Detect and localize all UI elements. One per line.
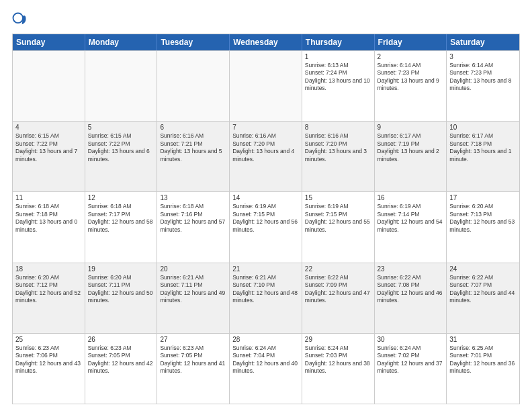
day-info: Sunrise: 6:21 AMSunset: 7:10 PMDaylight:… — [232, 274, 299, 305]
day-info: Sunrise: 6:23 AMSunset: 7:05 PMDaylight:… — [160, 345, 226, 375]
calendar-cell: 31Sunrise: 6:25 AMSunset: 7:01 PMDayligh… — [447, 334, 519, 404]
header — [12, 12, 520, 27]
day-info: Sunrise: 6:19 AMSunset: 7:15 PMDaylight:… — [232, 203, 299, 234]
calendar-cell: 2Sunrise: 6:14 AMSunset: 7:23 PMDaylight… — [375, 51, 447, 121]
calendar-cell: 30Sunrise: 6:24 AMSunset: 7:02 PMDayligh… — [375, 334, 447, 404]
day-number: 30 — [378, 336, 444, 343]
calendar-cell: 29Sunrise: 6:24 AMSunset: 7:03 PMDayligh… — [302, 334, 375, 404]
day-info: Sunrise: 6:18 AMSunset: 7:18 PMDaylight:… — [15, 203, 82, 234]
day-number: 1 — [305, 53, 371, 60]
day-info: Sunrise: 6:24 AMSunset: 7:02 PMDaylight:… — [378, 345, 444, 375]
calendar-cell: 20Sunrise: 6:21 AMSunset: 7:11 PMDayligh… — [157, 263, 230, 333]
weekday-header: Saturday — [447, 34, 519, 50]
day-number: 7 — [232, 124, 299, 131]
calendar-cell: 16Sunrise: 6:19 AMSunset: 7:14 PMDayligh… — [375, 192, 447, 262]
day-number: 9 — [378, 124, 444, 131]
day-info: Sunrise: 6:16 AMSunset: 7:20 PMDaylight:… — [232, 132, 299, 163]
day-number: 4 — [15, 124, 82, 131]
day-number: 13 — [160, 194, 226, 201]
calendar-cell: 3Sunrise: 6:14 AMSunset: 7:23 PMDaylight… — [447, 51, 519, 121]
calendar-cell: 6Sunrise: 6:16 AMSunset: 7:21 PMDaylight… — [157, 122, 230, 191]
weekday-header: Monday — [85, 34, 158, 50]
day-number: 26 — [88, 336, 154, 343]
calendar-header: SundayMondayTuesdayWednesdayThursdayFrid… — [13, 34, 519, 50]
calendar-cell: 11Sunrise: 6:18 AMSunset: 7:18 PMDayligh… — [13, 192, 85, 262]
weekday-header: Thursday — [302, 34, 375, 50]
weekday-header: Tuesday — [157, 34, 230, 50]
day-info: Sunrise: 6:16 AMSunset: 7:20 PMDaylight:… — [305, 132, 371, 163]
calendar-cell: 4Sunrise: 6:15 AMSunset: 7:22 PMDaylight… — [13, 122, 85, 191]
calendar-row: 11Sunrise: 6:18 AMSunset: 7:18 PMDayligh… — [13, 191, 519, 262]
weekday-header: Sunday — [13, 34, 85, 50]
day-number: 28 — [232, 336, 299, 343]
calendar-cell: 14Sunrise: 6:19 AMSunset: 7:15 PMDayligh… — [230, 192, 302, 262]
day-info: Sunrise: 6:25 AMSunset: 7:01 PMDaylight:… — [449, 345, 517, 375]
calendar-cell: 24Sunrise: 6:22 AMSunset: 7:07 PMDayligh… — [447, 263, 519, 333]
calendar-cell: 22Sunrise: 6:22 AMSunset: 7:09 PMDayligh… — [302, 263, 375, 333]
day-info: Sunrise: 6:21 AMSunset: 7:11 PMDaylight:… — [160, 274, 226, 305]
day-info: Sunrise: 6:14 AMSunset: 7:23 PMDaylight:… — [449, 62, 517, 93]
calendar: SundayMondayTuesdayWednesdayThursdayFrid… — [12, 34, 520, 404]
day-info: Sunrise: 6:15 AMSunset: 7:22 PMDaylight:… — [15, 132, 82, 163]
day-info: Sunrise: 6:22 AMSunset: 7:09 PMDaylight:… — [305, 274, 371, 305]
calendar-row: 18Sunrise: 6:20 AMSunset: 7:12 PMDayligh… — [13, 263, 519, 333]
day-info: Sunrise: 6:16 AMSunset: 7:21 PMDaylight:… — [160, 132, 226, 163]
calendar-cell: 23Sunrise: 6:22 AMSunset: 7:08 PMDayligh… — [375, 263, 447, 333]
calendar-cell — [13, 51, 85, 121]
svg-point-0 — [13, 13, 23, 23]
day-number: 17 — [449, 194, 517, 201]
day-info: Sunrise: 6:19 AMSunset: 7:15 PMDaylight:… — [305, 203, 371, 234]
calendar-cell: 15Sunrise: 6:19 AMSunset: 7:15 PMDayligh… — [302, 192, 375, 262]
day-number: 21 — [232, 265, 299, 273]
calendar-cell: 5Sunrise: 6:15 AMSunset: 7:22 PMDaylight… — [85, 122, 158, 191]
day-number: 31 — [449, 336, 517, 343]
day-number: 22 — [305, 265, 371, 273]
day-number: 24 — [449, 265, 517, 273]
calendar-cell: 13Sunrise: 6:18 AMSunset: 7:16 PMDayligh… — [157, 192, 230, 262]
logo — [12, 12, 30, 27]
day-number: 3 — [449, 53, 517, 60]
calendar-cell — [230, 51, 302, 121]
day-info: Sunrise: 6:15 AMSunset: 7:22 PMDaylight:… — [88, 132, 154, 163]
day-info: Sunrise: 6:19 AMSunset: 7:14 PMDaylight:… — [378, 203, 444, 234]
day-info: Sunrise: 6:20 AMSunset: 7:13 PMDaylight:… — [449, 203, 517, 234]
calendar-cell: 17Sunrise: 6:20 AMSunset: 7:13 PMDayligh… — [447, 192, 519, 262]
day-info: Sunrise: 6:18 AMSunset: 7:17 PMDaylight:… — [88, 203, 154, 234]
calendar-cell: 1Sunrise: 6:13 AMSunset: 7:24 PMDaylight… — [302, 51, 375, 121]
day-number: 25 — [15, 336, 82, 343]
day-number: 18 — [15, 265, 82, 273]
day-info: Sunrise: 6:17 AMSunset: 7:19 PMDaylight:… — [378, 132, 444, 163]
calendar-cell: 28Sunrise: 6:24 AMSunset: 7:04 PMDayligh… — [230, 334, 302, 404]
day-number: 5 — [88, 124, 154, 131]
calendar-body: 1Sunrise: 6:13 AMSunset: 7:24 PMDaylight… — [13, 50, 519, 404]
calendar-cell: 10Sunrise: 6:17 AMSunset: 7:18 PMDayligh… — [447, 122, 519, 191]
day-info: Sunrise: 6:23 AMSunset: 7:05 PMDaylight:… — [88, 345, 154, 375]
calendar-cell: 19Sunrise: 6:20 AMSunset: 7:11 PMDayligh… — [85, 263, 158, 333]
day-number: 11 — [15, 194, 82, 201]
day-number: 8 — [305, 124, 371, 131]
calendar-row: 25Sunrise: 6:23 AMSunset: 7:06 PMDayligh… — [13, 333, 519, 404]
calendar-cell: 27Sunrise: 6:23 AMSunset: 7:05 PMDayligh… — [157, 334, 230, 404]
day-info: Sunrise: 6:22 AMSunset: 7:07 PMDaylight:… — [449, 274, 517, 305]
day-number: 14 — [232, 194, 299, 201]
logo-icon — [12, 12, 27, 27]
day-info: Sunrise: 6:14 AMSunset: 7:23 PMDaylight:… — [378, 62, 444, 93]
day-info: Sunrise: 6:13 AMSunset: 7:24 PMDaylight:… — [305, 62, 371, 93]
day-number: 27 — [160, 336, 226, 343]
day-info: Sunrise: 6:20 AMSunset: 7:11 PMDaylight:… — [88, 274, 154, 305]
day-info: Sunrise: 6:24 AMSunset: 7:04 PMDaylight:… — [232, 345, 299, 375]
calendar-cell: 12Sunrise: 6:18 AMSunset: 7:17 PMDayligh… — [85, 192, 158, 262]
day-number: 29 — [305, 336, 371, 343]
calendar-cell: 18Sunrise: 6:20 AMSunset: 7:12 PMDayligh… — [13, 263, 85, 333]
weekday-header: Wednesday — [230, 34, 302, 50]
calendar-cell: 9Sunrise: 6:17 AMSunset: 7:19 PMDaylight… — [375, 122, 447, 191]
weekday-header: Friday — [375, 34, 447, 50]
day-info: Sunrise: 6:24 AMSunset: 7:03 PMDaylight:… — [305, 345, 371, 375]
page: SundayMondayTuesdayWednesdayThursdayFrid… — [0, 0, 532, 411]
calendar-cell — [157, 51, 230, 121]
day-number: 15 — [305, 194, 371, 201]
calendar-row: 1Sunrise: 6:13 AMSunset: 7:24 PMDaylight… — [13, 50, 519, 121]
calendar-cell: 21Sunrise: 6:21 AMSunset: 7:10 PMDayligh… — [230, 263, 302, 333]
calendar-cell: 7Sunrise: 6:16 AMSunset: 7:20 PMDaylight… — [230, 122, 302, 191]
calendar-row: 4Sunrise: 6:15 AMSunset: 7:22 PMDaylight… — [13, 121, 519, 191]
